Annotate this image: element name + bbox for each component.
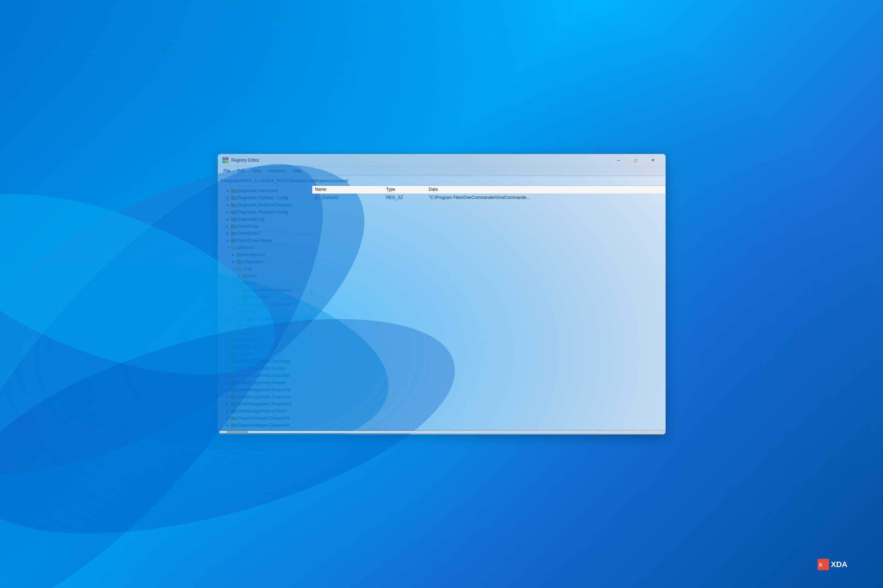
tree-item-diskmanagement-connection[interactable]: ▶ DiskManagement.Connectio [218,358,312,365]
svg-rect-7 [226,158,228,160]
tree-label: DefaultIcon [243,260,265,264]
svg-rect-15 [231,203,233,204]
svg-rect-38 [242,281,245,282]
tree-item-background[interactable]: ▶ Background [218,251,312,258]
address-text: Computer\HKEY_CLASSES_ROOT\Directory\she… [221,178,348,183]
detail-header: Name Type Data [312,186,665,194]
menu-help[interactable]: Help [289,168,305,174]
folder-icon [231,188,236,194]
menu-file[interactable]: File [220,168,234,174]
menu-favorites[interactable]: Favorites [265,168,289,174]
cell-type: REG_SZ [385,195,427,200]
tree-item-command[interactable]: ▶ command [218,315,312,322]
tree-item-open[interactable]: ▼ open [218,308,312,315]
menu-view[interactable]: View [248,168,265,174]
tree-item-diskmanagement-dataobj[interactable]: ▶ DiskManagement.DataObje [218,372,312,379]
tree-item-test[interactable]: ▶ test [218,329,312,336]
col-type-header: Type [385,187,427,192]
tree-label: DirectDraw7 [238,231,261,236]
toggle-icon: ▶ [225,366,231,371]
tree-item-cmd[interactable]: ▶ cmd [218,273,312,280]
toggle-icon: ▶ [225,373,231,378]
folder-icon [231,209,236,215]
folder-icon [236,252,242,258]
cell-data: "C:\Program Files\OneCommander\OneComman… [427,195,664,200]
svg-rect-74 [231,409,233,410]
tree-label: OpenInOneCommand... [249,288,294,293]
tree-item-updateencryption[interactable]: ▶ UpdateEncryptionSetti [218,301,312,308]
xda-watermark: X XDA [818,559,847,570]
toggle-icon: ▶ [225,337,231,343]
tree-item-dispatchmapper2[interactable]: ▶ DispatchMapper.DispatchM... [218,422,312,429]
toggle-icon: ▶ [225,231,231,236]
horizontal-scrollbar[interactable] [218,430,665,434]
maximize-button[interactable]: □ [628,154,644,166]
tree-item-defaulticon[interactable]: ▶ DefaultIcon [218,258,312,266]
svg-rect-40 [242,288,245,290]
col-data-header: Data [427,187,664,192]
scrollbar-thumb[interactable] [227,431,248,433]
tree-item-diskmanagement-uitasks[interactable]: ▶ DiskManagement.UITasks [218,408,312,415]
tree-item-diskmanagement-control[interactable]: ▶ DiskManagement.Control [218,365,312,372]
table-row[interactable]: ab (Default) REG_SZ "C:\Program Files\On… [312,194,665,201]
tree-label: DiskManagement.SnapInCo [238,394,291,399]
value-name: (Default) [322,195,338,200]
tree-item-shellex[interactable]: ▶ shellex [218,322,312,329]
tree-label: DiagnosticLog [238,217,265,222]
folder-icon [242,287,248,293]
tree-item-dispatchmapper1[interactable]: ▶ DispatchMapper.DispatchM... [218,415,312,422]
tree-item-discord[interactable]: ▶ Discord [218,351,312,358]
svg-rect-17 [231,210,233,212]
folder-open-icon [231,245,236,250]
tree-item-diagnostic-perfmon-doc[interactable]: ▶ Diagnostic.Perfmon.Docume [218,201,312,208]
tree-label: DiskManagement.SnapInAb [238,387,290,392]
tree-item-diskmanagement-snapincol[interactable]: ▶ DiskManagement.SnapInCo [218,393,312,400]
tree-item-directdraw7[interactable]: ▶ DirectDraw7 [218,230,312,237]
tree-item-diagnostic-perfmon-config[interactable]: ▶ Diagnostic.Perfmon.Config [218,194,312,201]
tree-item-directshow[interactable]: ▶ DirectShow [218,336,312,344]
folder-icon [248,316,254,321]
toggle-icon: ▶ [225,238,231,243]
folder-icon [231,387,236,393]
tree-pane[interactable]: ▶ Diagnostic.Document ▶ Diagnostic.Perfm… [218,186,312,430]
folder-icon [242,302,248,308]
tree-item-directdrawclipper[interactable]: ▶ DirectDrawClipper [218,237,312,244]
tree-item-directory[interactable]: ▼ Directory [218,244,312,251]
svg-rect-58 [231,352,233,354]
menu-bar: File Edit View Favorites Help [218,166,665,176]
toggle-icon: ▶ [225,195,231,201]
svg-rect-78 [231,423,233,424]
folder-icon [231,202,236,208]
toggle-icon: ▶ [225,344,231,350]
tree-item-directxfile[interactable]: ▶ DirectXFile [218,344,312,351]
close-button[interactable]: ✕ [645,154,661,166]
folder-icon [231,238,236,243]
toggle-icon: ▶ [225,408,231,414]
menu-edit[interactable]: Edit [234,168,248,174]
tree-item-shell[interactable]: ▼ shell [218,266,312,273]
tree-label: DirectShow [238,338,259,342]
minimize-button[interactable]: ─ [611,154,627,166]
tree-item-openinonecommand[interactable]: ▶ OpenInOneCommand... [218,287,312,294]
tree-item-diagnostic-resmon[interactable]: ▶ Diagnostic.Resmon.Config [218,208,312,216]
tree-item-diagnosticlog[interactable]: ▶ DiagnosticLog [218,216,312,223]
tree-label: Directory [238,245,255,250]
tree-item-diskmanagement-snapin[interactable]: ▶ DiskManagement.SnapIn [218,379,312,386]
tree-item-diagnostic-doc[interactable]: ▶ Diagnostic.Document [218,187,312,194]
col-name-header: Name [314,187,385,192]
tree-label: open [249,309,259,314]
scrollbar-track [220,431,664,433]
svg-rect-13 [231,196,233,197]
tree-item-find[interactable]: ▶ find [218,280,312,287]
tree-item-diskmanagement-snapinab[interactable]: ▶ DiskManagement.SnapInAb [218,386,312,393]
toggle-icon: ▶ [225,394,231,400]
tree-label: DiskManagement.SnapInExt [238,402,292,406]
tree-item-diskmanagement-snapinext[interactable]: ▶ DiskManagement.SnapInExt [218,400,312,408]
tree-label: DiskManagement.SnapIn [238,380,286,385]
folder-icon [242,280,248,286]
tree-item-powershell[interactable]: ▶ Powershell [218,294,312,301]
svg-rect-70 [231,395,233,396]
svg-rect-21 [231,224,233,226]
tree-label: shellex [243,323,256,328]
tree-item-directdraw[interactable]: ▶ DirectDraw [218,223,312,230]
